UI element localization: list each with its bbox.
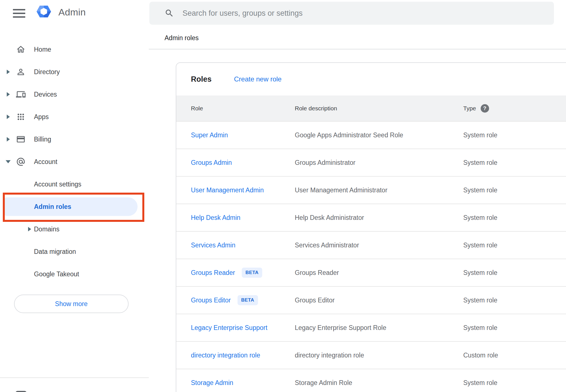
role-description: Google Apps Administrator Seed Role xyxy=(295,131,463,139)
sidebar-item-google-takeout[interactable]: Google Takeout xyxy=(0,263,149,285)
devices-icon xyxy=(16,90,26,99)
sidebar-item-apps[interactable]: Apps xyxy=(0,106,149,128)
sidebar-item-label: Admin roles xyxy=(34,203,71,211)
role-type: System role xyxy=(463,159,497,167)
role-type: System role xyxy=(463,131,497,139)
table-row: Super Admin Google Apps Administrator Se… xyxy=(176,122,566,149)
role-description: directory integration role xyxy=(295,352,463,359)
sidebar-item-data-migration[interactable]: Data migration xyxy=(0,240,149,263)
role-link[interactable]: Groups Reader xyxy=(191,269,235,277)
roles-card-header: Roles Create new role xyxy=(176,63,566,95)
role-type: System role xyxy=(463,324,497,332)
table-row: Groups Admin Groups Administrator System… xyxy=(176,149,566,177)
sidebar-item-directory[interactable]: Directory xyxy=(0,61,149,83)
sidebar-item-domains[interactable]: Domains xyxy=(0,218,149,240)
sidebar-item-devices[interactable]: Devices xyxy=(0,83,149,106)
help-icon[interactable]: ? xyxy=(481,104,489,113)
role-link[interactable]: directory integration role xyxy=(191,352,260,359)
role-description: Legacy Enterprise Support Role xyxy=(295,324,463,332)
table-row: Services Admin Services Administrator Sy… xyxy=(176,232,566,259)
sidebar-item-home[interactable]: Home xyxy=(0,38,149,61)
role-description: Storage Admin Role xyxy=(295,379,463,387)
admin-logo-icon xyxy=(36,4,52,20)
role-type: Custom role xyxy=(463,352,498,359)
role-link[interactable]: Super Admin xyxy=(191,131,228,139)
role-link[interactable]: User Management Admin xyxy=(191,186,264,194)
chevron-right-icon[interactable] xyxy=(28,227,31,231)
search-icon xyxy=(165,8,174,18)
menu-hamburger-button[interactable] xyxy=(13,7,26,19)
sidebar-item-label: Google Takeout xyxy=(34,270,79,278)
sidebar-item-label: Apps xyxy=(34,113,49,121)
column-header-description: Role description xyxy=(295,105,463,112)
sidebar-item-admin-roles[interactable]: Admin roles xyxy=(0,195,149,218)
role-link[interactable]: Groups Admin xyxy=(191,159,232,167)
role-type: System role xyxy=(463,214,497,222)
sidebar-item-label: Account settings xyxy=(34,181,81,188)
role-type: System role xyxy=(463,241,497,249)
role-description: Groups Editor xyxy=(295,297,463,304)
role-link[interactable]: Services Admin xyxy=(191,241,236,249)
role-description: Groups Administrator xyxy=(295,159,463,167)
home-icon xyxy=(16,45,26,54)
table-row: Legacy Enterprise Support Legacy Enterpr… xyxy=(176,314,566,342)
card-icon xyxy=(16,135,26,144)
header-divider xyxy=(149,49,566,49)
role-type: System role xyxy=(463,186,497,194)
role-link[interactable]: Legacy Enterprise Support xyxy=(191,324,267,332)
create-new-role-link[interactable]: Create new role xyxy=(234,75,282,83)
role-description: Help Desk Administrator xyxy=(295,214,463,222)
chevron-right-icon[interactable] xyxy=(7,70,10,74)
role-link[interactable]: Storage Admin xyxy=(191,379,233,387)
apps-icon xyxy=(16,112,26,122)
sidebar-item-account-settings[interactable]: Account settings xyxy=(0,173,149,195)
table-body: Super Admin Google Apps Administrator Se… xyxy=(176,122,566,392)
sidebar-bottom-divider xyxy=(0,377,149,378)
partial-cutoff-icon xyxy=(15,391,27,392)
sidebar-item-label: Home xyxy=(34,46,51,53)
search-bar xyxy=(149,2,554,25)
beta-badge: BETA xyxy=(238,295,258,305)
sidebar: Admin HomeDirectoryDevicesAppsBillingAcc… xyxy=(0,0,149,392)
column-header-role: Role xyxy=(191,105,295,112)
role-type: System role xyxy=(463,379,497,387)
role-type: System role xyxy=(463,269,497,277)
role-description: User Management Administrator xyxy=(295,186,463,194)
table-row: directory integration role directory int… xyxy=(176,342,566,369)
role-description: Services Administrator xyxy=(295,241,463,249)
table-row: Storage Admin Storage Admin Role System … xyxy=(176,369,566,392)
sidebar-item-label: Billing xyxy=(34,136,51,143)
table-header-row: Role Role description Type ? xyxy=(176,95,566,122)
app-title: Admin xyxy=(58,7,86,18)
role-type: System role xyxy=(463,297,497,304)
sidebar-item-label: Account xyxy=(34,158,57,166)
chevron-down-icon[interactable] xyxy=(6,160,11,163)
sidebar-item-label: Directory xyxy=(34,68,60,76)
role-description: Groups Reader xyxy=(295,269,463,277)
table-row: User Management Admin User Management Ad… xyxy=(176,177,566,204)
sidebar-item-label: Data migration xyxy=(34,248,76,256)
chevron-right-icon[interactable] xyxy=(7,137,10,142)
table-row: Groups Reader BETA Groups Reader System … xyxy=(176,259,566,287)
table-row: Help Desk Admin Help Desk Administrator … xyxy=(176,204,566,232)
sidebar-item-label: Devices xyxy=(34,91,57,98)
show-more-button[interactable]: Show more xyxy=(14,295,129,313)
sidebar-item-billing[interactable]: Billing xyxy=(0,128,149,151)
role-link[interactable]: Help Desk Admin xyxy=(191,214,240,222)
roles-card: Roles Create new role Role Role descript… xyxy=(176,62,566,392)
chevron-right-icon[interactable] xyxy=(7,92,10,97)
beta-badge: BETA xyxy=(242,268,262,278)
brand: Admin xyxy=(36,4,86,20)
sidebar-nav: HomeDirectoryDevicesAppsBillingAccountAc… xyxy=(0,38,149,285)
breadcrumb: Admin roles xyxy=(165,34,198,42)
table-row: Groups Editor BETA Groups Editor System … xyxy=(176,287,566,314)
role-link[interactable]: Groups Editor xyxy=(191,297,231,304)
search-input[interactable] xyxy=(182,9,554,18)
sidebar-item-label: Domains xyxy=(34,225,60,233)
at-icon xyxy=(16,157,26,167)
person-icon xyxy=(16,67,26,77)
chevron-right-icon[interactable] xyxy=(7,115,10,119)
column-header-type: Type ? xyxy=(463,104,566,113)
roles-title: Roles xyxy=(191,75,212,84)
sidebar-item-account[interactable]: Account xyxy=(0,151,149,173)
